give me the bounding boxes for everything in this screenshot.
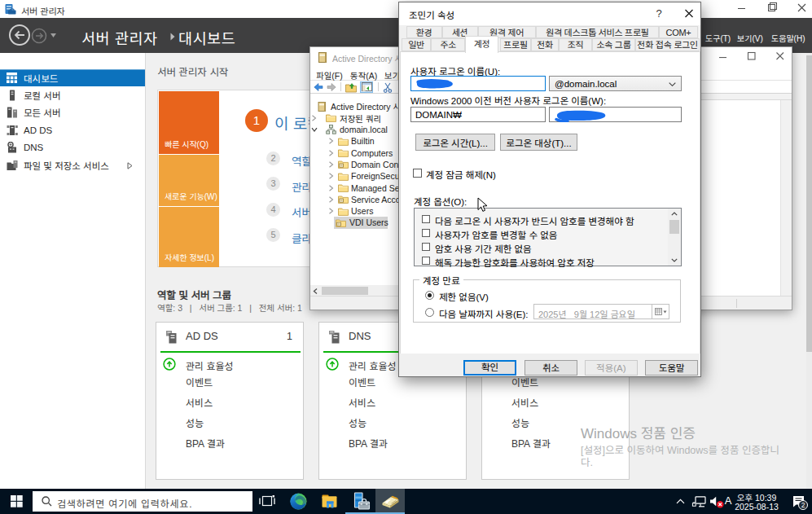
- sidebar-item-file-storage[interactable]: 파일 및 저장소 서비스: [0, 156, 145, 174]
- option-label[interactable]: 사용자가 암호를 변경할 수 없음: [435, 228, 557, 241]
- tab-organization[interactable]: 조직: [559, 38, 592, 51]
- task-view-button[interactable]: [251, 489, 283, 514]
- help-button[interactable]: 도움말: [645, 360, 698, 376]
- dialog-help-button[interactable]: ?: [646, 2, 672, 25]
- scroll-down-icon[interactable]: [671, 258, 678, 262]
- tray-network[interactable]: [691, 489, 707, 514]
- tab-rds-profile[interactable]: 원격 데스크톱 서비스 프로필: [536, 26, 660, 38]
- menu-tools[interactable]: 도구(T): [705, 32, 731, 44]
- minimize-button[interactable]: [730, 0, 754, 18]
- logon-hours-button[interactable]: 로그온 시간(L)...: [415, 134, 495, 151]
- tab-com-plus[interactable]: COM+: [659, 26, 698, 38]
- card-row-manageability[interactable]: 관리 효율성: [186, 358, 234, 372]
- console-tree-toggle[interactable]: [360, 81, 373, 93]
- cancel-button[interactable]: 취소: [525, 360, 577, 376]
- taskbar-aduc-button[interactable]: [375, 489, 405, 514]
- role-card-ad-ds[interactable]: AD DS 1 관리 효율성 이벤트 서비스 성능 BPA 결과: [156, 322, 304, 480]
- option-checkbox[interactable]: [422, 229, 430, 237]
- card-row-bpa[interactable]: BPA 결과: [511, 436, 551, 450]
- forward-icon[interactable]: [327, 82, 336, 92]
- dialog-close-button[interactable]: [676, 2, 702, 25]
- logon-to-button[interactable]: 로그온 대상(T)...: [500, 134, 577, 151]
- aduc-maximize-button[interactable]: [737, 47, 766, 68]
- chevron-collapsed-icon[interactable]: [328, 208, 334, 214]
- card-row-performance[interactable]: 성능: [186, 415, 204, 429]
- sidebar-item-ad-ds[interactable]: AD DS: [0, 121, 145, 138]
- upn-suffix-combo[interactable]: @domain.local: [549, 76, 682, 91]
- tray-expand-button[interactable]: [669, 489, 691, 514]
- tile-whats-new[interactable]: 새로운 기능(W): [159, 155, 219, 206]
- card-row-events[interactable]: 이벤트: [349, 375, 375, 389]
- unlock-checkbox[interactable]: [413, 169, 422, 178]
- legacy-domain-input[interactable]: DOMAIN₩: [410, 107, 546, 122]
- tray-clock[interactable]: 오후 10:39 2025-08-13: [732, 491, 781, 512]
- account-options-listbox[interactable]: 다음 로그온 시 사용자가 반드시 암호를 변경해야 함 사용자가 암호를 변경…: [414, 208, 682, 266]
- legacy-name-input[interactable]: [549, 107, 682, 122]
- tab-address[interactable]: 주소: [431, 38, 465, 51]
- option-label[interactable]: 해독 가능한 암호화를 사용하여 암호 저장: [435, 256, 595, 269]
- tile-learn-more[interactable]: 자세한 정보(L): [159, 207, 219, 267]
- chevron-collapsed-icon[interactable]: [311, 115, 317, 121]
- close-button[interactable]: [789, 0, 812, 18]
- scroll-up-icon[interactable]: [671, 212, 678, 216]
- history-dropdown-icon[interactable]: [50, 33, 56, 37]
- option-label[interactable]: 다음 로그온 시 사용자가 반드시 암호를 변경해야 함: [435, 214, 634, 227]
- tab-profile[interactable]: 프로필: [500, 38, 532, 51]
- card-row-bpa[interactable]: BPA 결과: [349, 436, 388, 450]
- option-checkbox[interactable]: [422, 215, 430, 223]
- card-row-services[interactable]: 서비스: [511, 395, 538, 409]
- taskbar-search[interactable]: 검색하려면 여기에 입력하세요.: [33, 491, 252, 512]
- expire-until-radio[interactable]: [425, 308, 434, 317]
- aduc-close-button[interactable]: [766, 47, 794, 68]
- chevron-collapsed-icon[interactable]: [328, 161, 334, 168]
- start-button[interactable]: [0, 489, 33, 514]
- tab-telephones[interactable]: 전화: [531, 38, 559, 51]
- chevron-collapsed-icon[interactable]: [328, 138, 334, 144]
- chevron-collapsed-icon[interactable]: [328, 185, 334, 191]
- content-scrollbar[interactable]: [806, 53, 812, 489]
- listbox-scrollbar[interactable]: [668, 209, 681, 266]
- sidebar-item-dns[interactable]: DNS: [0, 139, 145, 156]
- card-row-services[interactable]: 서비스: [186, 395, 213, 409]
- upn-input[interactable]: [410, 76, 546, 91]
- tab-account[interactable]: 계정: [465, 36, 498, 53]
- chevron-collapsed-icon[interactable]: [328, 150, 334, 156]
- scrollbar-thumb[interactable]: [806, 55, 812, 352]
- scroll-left-icon[interactable]: [312, 288, 319, 295]
- menu-view[interactable]: 보기(V): [737, 32, 763, 44]
- apply-button[interactable]: 적용(A): [585, 360, 639, 376]
- card-row-bpa[interactable]: BPA 결과: [186, 436, 225, 450]
- sidebar-item-all-servers[interactable]: 모든 서버: [0, 104, 145, 121]
- menu-file[interactable]: 파일(F): [316, 69, 343, 81]
- card-row-services[interactable]: 서비스: [349, 395, 375, 409]
- menu-help[interactable]: 도움말(H): [771, 32, 805, 44]
- taskbar-edge-button[interactable]: [283, 489, 314, 514]
- breadcrumb-root[interactable]: 서버 관리자: [81, 27, 158, 48]
- card-row-performance[interactable]: 성능: [511, 415, 529, 429]
- option-checkbox[interactable]: [422, 257, 430, 265]
- details-vscrollbar[interactable]: [780, 100, 792, 297]
- sidebar-item-local-server[interactable]: 로컬 서버: [0, 86, 145, 103]
- option-label[interactable]: 암호 사용 기간 제한 없음: [435, 242, 532, 255]
- taskbar-explorer-button[interactable]: [314, 489, 345, 514]
- chevron-collapsed-icon[interactable]: [328, 196, 334, 203]
- sidebar-item-dashboard[interactable]: 대시보드: [0, 69, 145, 86]
- taskbar-server-manager-button[interactable]: [345, 489, 375, 514]
- back-icon[interactable]: [314, 82, 323, 92]
- hscroll-thumb[interactable]: [322, 287, 368, 295]
- dialog-titlebar[interactable]: 조민기 속성 ?: [399, 2, 700, 25]
- cut-icon[interactable]: [383, 82, 393, 93]
- maximize-button[interactable]: [760, 0, 784, 18]
- date-picker-button[interactable]: [652, 304, 669, 319]
- option-checkbox[interactable]: [422, 243, 430, 251]
- card-title[interactable]: AD DS: [186, 330, 218, 342]
- expire-date-field[interactable]: 2025년 9월 12일 금요일: [533, 304, 652, 319]
- scrollbar-thumb[interactable]: [669, 220, 679, 234]
- ok-button[interactable]: 확인: [463, 360, 516, 376]
- breadcrumb-current[interactable]: 대시보드: [178, 27, 235, 48]
- chevron-collapsed-icon[interactable]: [328, 173, 334, 179]
- card-row-performance[interactable]: 성능: [349, 415, 366, 429]
- tab-general[interactable]: 일반: [402, 38, 431, 51]
- tab-member-of[interactable]: 소속 그룹: [592, 38, 636, 51]
- menu-action[interactable]: 동작(A): [350, 69, 377, 81]
